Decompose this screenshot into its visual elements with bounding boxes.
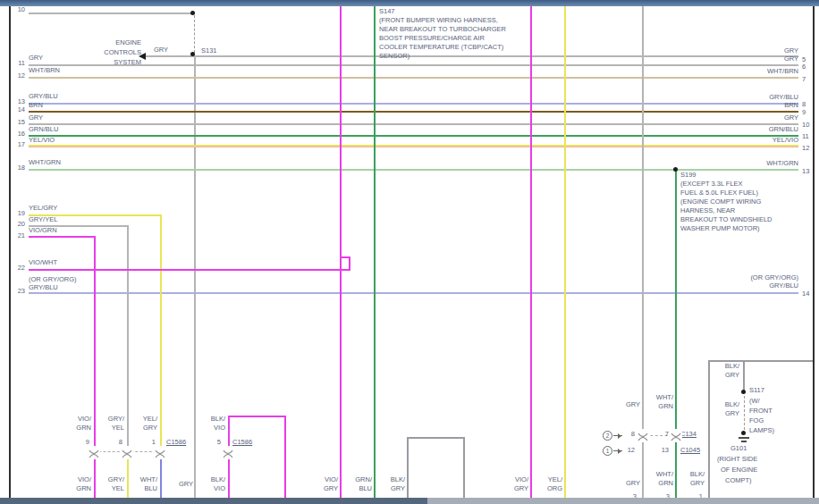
splice-note-s117: (W/ [749,397,760,406]
wire-viogry-vertical-1 [340,6,342,498]
wire-viowht-jog-top [341,256,350,258]
wire-yelgry-vertical [160,214,162,447]
inline-connector-icon [154,446,166,459]
splice-note-s199: (ENGINE COMPT WIRING [680,197,761,206]
wire-label: BLK/ [704,362,739,371]
wire-label: WHT/ [637,470,673,479]
left-pin: 16 [11,130,25,139]
wire-yelorg-vertical [564,6,566,498]
wire-label: YEL/ [118,415,157,424]
splice-note-s199: S199 [680,171,697,180]
splice-note-s199: WASHER PUMP MOTOR) [680,224,760,233]
right-pin: 9 [802,108,806,117]
wire-label: VIO [186,484,225,493]
right-pin: 14 [802,290,809,298]
engine-controls-line: SYSTEM [79,58,141,67]
wire-blkgry-box-top [407,437,465,439]
engine-controls-line: CONTROLS [79,48,141,57]
left-pin: 12 [11,71,25,80]
wire-blkgry-branch [743,362,745,391]
wire-label: GRY [29,54,43,63]
wire-label: YEL/ [523,475,562,484]
wire-label: VIO [186,424,225,433]
ground-note-g101: OF ENGINE [721,466,757,475]
wire-label: YEL/VIO [745,136,798,145]
wire-label: WHT/ [637,393,673,402]
wire-viogrn-row21 [29,236,96,238]
wire-label: WHT/GRN [29,158,61,167]
wire-label: BLK/ [704,400,739,409]
inline-connector-icon [670,429,682,442]
wire-label: GRY [704,371,739,380]
ground-label-g101: G101 [730,444,747,453]
right-pin: 10 [802,121,809,130]
ground-icon [741,441,747,442]
wire-label: GRN/BLU [29,125,58,134]
wire-label: BRN [29,101,43,110]
right-pin: 7 [802,75,806,84]
left-pin: 21 [11,231,25,240]
splice-note-s117: FOG [749,416,764,425]
wire-gryblu-row13 [29,103,798,105]
wire-gry-row11 [29,64,798,66]
connector-pin: 7 [658,430,669,439]
wire-gry-row10 [29,13,192,14]
wire-label: GRY [154,46,168,55]
junction-dot [190,11,195,15]
dashed-ground-wire [744,396,745,430]
wire-label: GRY [669,479,705,488]
scrollbar-track[interactable] [427,498,819,504]
ref-circle-1: 1 [603,446,612,456]
left-pin: 20 [11,220,25,229]
left-pin: 11 [11,59,25,68]
wire-blkvio-up [228,416,230,447]
wire-label: GRY [745,55,798,63]
wire-blkvio-low [228,459,230,498]
wire-label: VIO/GRN [29,226,57,235]
splice-note-s147: NEAR BREAKOUT TO TURBOCHARGER [379,25,506,34]
inline-connector-icon [637,429,649,442]
splice-dot-s199 [673,167,678,172]
right-pin: 13 [802,167,809,176]
left-pin: 15 [11,118,25,127]
wire-label: GRY [604,479,640,488]
splice-dot-s117 [741,390,746,394]
inline-connector-icon [222,446,234,459]
splice-note-s199: BREAKOUT TO WINDSHIELD [680,215,773,224]
wire-grnblu-vertical [374,6,376,498]
wire-label: GRN [637,479,673,488]
inline-connector-icon [88,446,100,459]
page-right-border [813,6,815,498]
wire-label: YEL/VIO [29,136,55,145]
left-pin: 23 [11,287,25,296]
connector-pin: 12 [621,446,635,455]
arrow-right-icon [613,435,622,436]
splice-note-s147: S147 [379,7,395,16]
right-pin: 6 [802,63,806,71]
wire-label: BLK/ [186,475,225,484]
wire-viowht-row22 [29,269,350,271]
left-pin: 18 [11,164,25,172]
wire-grnblu-row16 [29,135,798,137]
wire-label: YEL/GRY [29,204,57,213]
left-pin: 17 [11,140,25,149]
left-pin: 10 [11,5,25,14]
scrollbar-thumb[interactable] [0,498,427,504]
inline-connector-icon [121,446,133,459]
splice-note-s147: SENSOR) [379,52,410,61]
splice-note-s117: LAMPS) [749,426,774,435]
wire-label: GRN [637,402,673,411]
wire-whtblu-low [160,459,162,498]
wire-label: GRN/BLU [745,125,798,134]
wire-gry-row15 [29,123,798,125]
ref-circle-2: 2 [603,431,612,441]
wire-gryyel-vertical [127,225,129,447]
left-pin: 14 [11,105,25,114]
wire-label: ORG [523,484,562,493]
wire-label: VIO/WHT [29,258,57,267]
connector-label-c1586: C1586 [232,438,252,447]
wire-label: BLU [118,484,157,493]
window-top-edge [0,0,819,6]
engine-controls-line: ENGINE [79,38,141,47]
wire-label: BLK/ [366,475,405,484]
